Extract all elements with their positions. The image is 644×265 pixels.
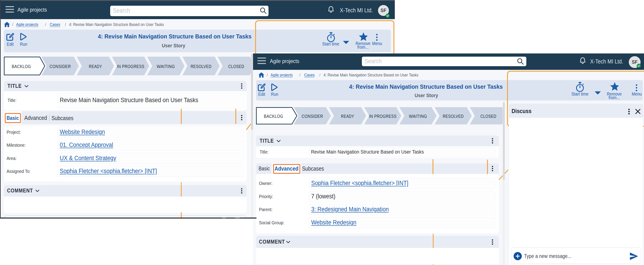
svg-text:WAITING: WAITING (409, 114, 427, 119)
svg-text:BACKLOG: BACKLOG (264, 114, 283, 119)
svg-text:READY: READY (89, 64, 102, 69)
svg-text:CLOSED: CLOSED (480, 114, 496, 119)
svg-text:CLOSED: CLOSED (228, 64, 244, 69)
svg-text:RESOLVED: RESOLVED (190, 64, 212, 69)
svg-text:IN PROGRESS: IN PROGRESS (369, 114, 396, 119)
svg-text:BACKLOG: BACKLOG (12, 64, 31, 69)
svg-text:READY: READY (341, 114, 354, 119)
svg-text:WAITING: WAITING (157, 64, 175, 69)
svg-text:RESOLVED: RESOLVED (443, 114, 464, 119)
svg-text:IN PROGRESS: IN PROGRESS (117, 64, 144, 69)
svg-text:CONSIDER: CONSIDER (302, 114, 323, 119)
svg-text:CONSIDER: CONSIDER (50, 64, 71, 69)
